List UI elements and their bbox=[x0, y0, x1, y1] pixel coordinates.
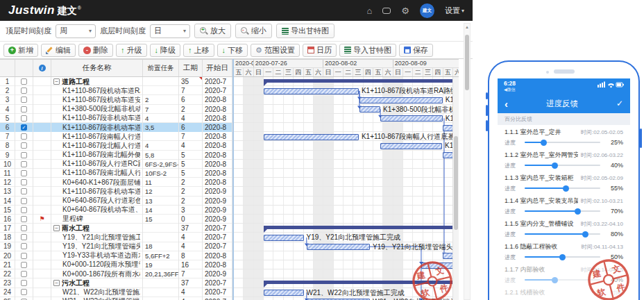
table-row[interactable]: 4K1+380-500段北幅非机动车道722020-8 bbox=[0, 105, 232, 114]
gantt-task-bar[interactable] bbox=[264, 235, 303, 241]
progress-slider-thumb[interactable] bbox=[552, 277, 558, 283]
row-checkbox[interactable] bbox=[21, 198, 27, 204]
demote-button[interactable]: ↓降级 bbox=[150, 44, 181, 57]
row-checkbox[interactable] bbox=[21, 161, 27, 167]
table-row[interactable]: 9K1+110-867段南北幅外侧人行5,852020-8 bbox=[0, 151, 232, 160]
row-checkbox[interactable] bbox=[21, 280, 27, 286]
progress-slider-track[interactable] bbox=[525, 142, 600, 143]
feedback-item[interactable]: 1.1.3 室内总平_安装箱柜时间:02.05-02.09进度55% bbox=[498, 171, 630, 194]
table-row[interactable]: 25W21、W22向北预埋管端头井施2442020-7 bbox=[0, 297, 232, 300]
gantt-summary-bar[interactable] bbox=[264, 79, 459, 83]
progress-slider-track[interactable] bbox=[525, 233, 600, 235]
row-checkbox[interactable] bbox=[21, 188, 27, 194]
move-up-button[interactable]: ↑上移 bbox=[183, 44, 214, 57]
task-name-header[interactable]: 任务名称 bbox=[51, 60, 143, 76]
top-scale-select[interactable]: 周 ▾ bbox=[56, 24, 96, 38]
gantt-task-bar[interactable] bbox=[380, 143, 442, 149]
row-checkbox[interactable] bbox=[21, 115, 27, 122]
table-row[interactable]: 14K0+640-867段人行道彩色沥青1322020-9 bbox=[0, 196, 232, 205]
calendar-button[interactable]: 日历 bbox=[303, 44, 337, 57]
table-row[interactable]: 15K0+640-867段机动车道、非机1432020-9 bbox=[0, 206, 232, 215]
table-row[interactable]: 16⚑里程碑1502020-9 bbox=[0, 215, 232, 224]
gantt-task-bar[interactable] bbox=[359, 97, 443, 103]
export-gantt-button[interactable]: 导出甘特图 bbox=[276, 24, 334, 38]
table-row[interactable]: 23−污水工程372020-7 bbox=[0, 278, 232, 288]
start-date-header[interactable]: 开始日 bbox=[203, 60, 232, 76]
gantt-summary-bar[interactable] bbox=[264, 281, 459, 284]
row-checkbox[interactable] bbox=[21, 170, 27, 176]
table-row[interactable]: 24W21、W22向北预埋管施工完成42020-7 bbox=[0, 288, 232, 297]
move-down-button[interactable]: ↓下移 bbox=[217, 44, 248, 57]
table-row[interactable]: 7K1+110-867段南幅人行道底基72020-8 bbox=[0, 132, 232, 141]
row-checkbox[interactable] bbox=[21, 179, 27, 185]
progress-slider-thumb[interactable] bbox=[552, 162, 558, 169]
feedback-item[interactable]: 1.1.6 隐蔽工程验收时间:04.11-04.13进度50% bbox=[498, 240, 630, 262]
table-row[interactable]: 11K1+110-867段南北幅人行道垫10FS-252020-8 bbox=[0, 169, 232, 178]
progress-slider-track[interactable] bbox=[525, 210, 600, 212]
table-row[interactable]: 6✓K1+110-867段非机动车道RA、3,562020-8 bbox=[0, 123, 232, 132]
message-icon[interactable] bbox=[382, 8, 391, 14]
back-icon[interactable]: ‹ bbox=[505, 99, 508, 109]
promote-button[interactable]: ↑升级 bbox=[116, 44, 147, 57]
edit-button[interactable]: 编辑 bbox=[41, 44, 76, 57]
table-row[interactable]: 8K1+110-867段北幅人行道底基442020-8 bbox=[0, 141, 232, 150]
gantt-task-bar[interactable] bbox=[359, 106, 380, 112]
gantt-task-bar[interactable] bbox=[264, 134, 359, 140]
table-row[interactable]: 5K1+110-867段非机动车道基层442020-8 bbox=[0, 114, 232, 123]
feedback-item[interactable]: 1.1.2 室外总平_室外网管安装时间:02.06-03.22进度40% bbox=[498, 148, 630, 171]
table-row[interactable]: 1−道路工程352020-7 bbox=[0, 77, 232, 86]
confirm-check-icon[interactable]: ✓ bbox=[616, 99, 623, 108]
row-checkbox[interactable] bbox=[21, 271, 27, 277]
add-button[interactable]: +新增 bbox=[3, 44, 38, 57]
scrollbar-thumb[interactable] bbox=[465, 35, 469, 90]
gantt-task-bar[interactable] bbox=[307, 244, 370, 250]
row-checkbox[interactable] bbox=[21, 106, 27, 112]
collapse-icon[interactable]: − bbox=[53, 280, 60, 286]
gantt-task-bar[interactable] bbox=[264, 290, 303, 296]
row-checkbox[interactable] bbox=[21, 97, 27, 103]
row-checkbox[interactable] bbox=[21, 88, 27, 94]
table-row[interactable]: 3K1+110-867段机动车道安全岛262020-8 bbox=[0, 95, 232, 104]
row-checkbox[interactable] bbox=[21, 152, 27, 158]
zoom-out-button[interactable]: - 缩小 bbox=[235, 24, 272, 38]
table-row[interactable]: 2K1+110-867段机动车道RA路缘石72020-7 bbox=[0, 86, 232, 95]
table-row[interactable]: 17−雨水工程372020-7 bbox=[0, 224, 232, 233]
row-checkbox[interactable] bbox=[21, 262, 27, 268]
import-gantt-button[interactable]: 导入甘特图 bbox=[339, 44, 396, 57]
collapse-icon[interactable]: − bbox=[53, 78, 60, 85]
table-row[interactable]: 22K0+000-1867段所有雨水检查20,21,36FF+172020-9 bbox=[0, 269, 232, 278]
progress-slider-track[interactable] bbox=[525, 165, 600, 166]
bottom-scale-select[interactable]: 日 ▾ bbox=[150, 24, 190, 38]
settings-menu[interactable]: 设置 ▾ bbox=[445, 6, 464, 16]
gantt-task-bar[interactable] bbox=[264, 88, 359, 94]
row-checkbox[interactable] bbox=[21, 225, 27, 231]
predecessor-header[interactable]: 前置任务 bbox=[143, 60, 179, 76]
row-checkbox[interactable] bbox=[21, 253, 27, 259]
home-icon[interactable]: ⌂ bbox=[366, 6, 372, 15]
feedback-item[interactable]: 1.1.4 室内总平_安装支吊架、桥架时间:02.10-03.21进度70% bbox=[498, 194, 630, 217]
page-scrollbar[interactable]: ▲ bbox=[464, 23, 471, 300]
zoom-in-button[interactable]: + 放大 bbox=[194, 24, 231, 38]
progress-slider-thumb[interactable] bbox=[582, 231, 588, 238]
gantt-vertical-scrollbar[interactable] bbox=[452, 77, 459, 300]
row-checkbox[interactable] bbox=[21, 216, 27, 222]
row-checkbox[interactable] bbox=[21, 234, 27, 240]
row-checkbox[interactable] bbox=[21, 289, 27, 295]
table-row[interactable]: 20Y19-Y33非机动车道边雨水收水5,6FF+282020-8 bbox=[0, 251, 232, 260]
save-button[interactable]: 保存 bbox=[399, 44, 433, 57]
avatar[interactable]: 建文 bbox=[420, 3, 434, 18]
feedback-item[interactable]: 1.1.1 室外总平_定井时间:02.05-02.05进度25% bbox=[498, 125, 630, 148]
progress-slider-track[interactable] bbox=[525, 256, 600, 258]
table-row[interactable]: 13K1+110-867段非机动车道下面1222020-9 bbox=[0, 187, 232, 196]
row-checkbox[interactable] bbox=[21, 78, 27, 85]
table-row[interactable]: 18Y19、Y21向北预埋管施工完成42020-7 bbox=[0, 233, 232, 242]
feedback-item[interactable]: 1.1.7 内部验收时间:04.14-04.15进度40% bbox=[498, 262, 630, 285]
table-row[interactable]: 19Y19、Y21向北预埋管端头井施1842020-7 bbox=[0, 242, 232, 251]
feedback-item[interactable]: 1.2.1 线槽验收时间:进度 bbox=[498, 285, 630, 300]
range-settings-button[interactable]: ⚙范围设置 bbox=[251, 44, 300, 57]
progress-slider-thumb[interactable] bbox=[541, 140, 547, 146]
gantt-summary-bar[interactable] bbox=[264, 226, 459, 229]
settings-gear-icon[interactable]: ⚙ bbox=[401, 6, 409, 15]
progress-slider-thumb[interactable] bbox=[563, 185, 569, 192]
progress-slider-track[interactable] bbox=[525, 188, 600, 189]
